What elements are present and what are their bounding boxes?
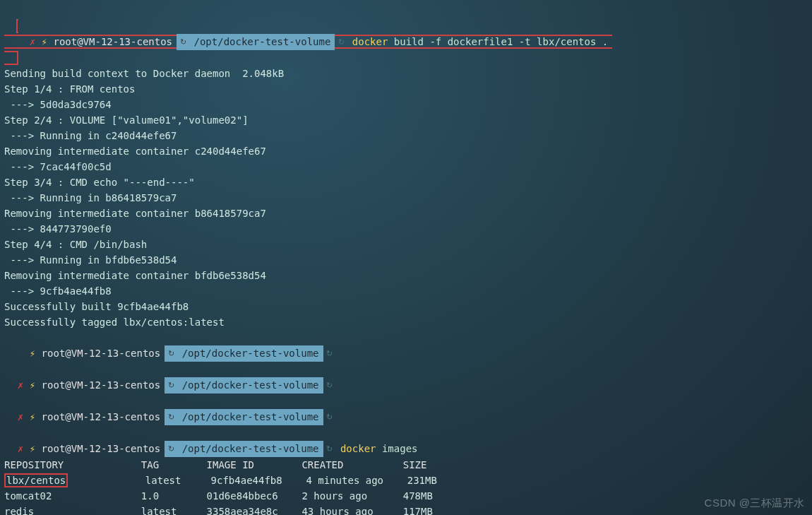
x-fail-icon: ✗ bbox=[18, 443, 23, 454]
output-line: Removing intermediate container c240d44e… bbox=[4, 143, 808, 159]
table-header: REPOSITORY TAG IMAGE ID CREATED SIZE bbox=[4, 457, 808, 473]
images-arg: images bbox=[376, 443, 418, 454]
output-line: ---> 9cfb4ae44fb8 bbox=[4, 283, 808, 299]
table-row: tomcat02 1.0 01d6e84bbec6 2 hours ago 47… bbox=[4, 488, 808, 504]
output-line: ---> 7cac44f00c5d bbox=[4, 159, 808, 174]
user-host: root@VM-12-13-centos bbox=[42, 411, 161, 422]
lightning-icon: ⚡ bbox=[30, 443, 35, 454]
user-host: root@VM-12-13-centos bbox=[42, 348, 161, 359]
output-line: ---> Running in c240d44efe67 bbox=[4, 128, 808, 143]
user-host: root@VM-12-13-centos bbox=[53, 36, 172, 47]
build-output: Sending build context to Docker daemon 2… bbox=[4, 66, 808, 330]
command-line-build[interactable]: ✗ ⚡ root@VM-12-13-centos↻ /opt/docker-te… bbox=[4, 3, 808, 66]
output-line: ---> 844773790ef0 bbox=[4, 221, 808, 237]
refresh-icon: ↻ bbox=[325, 377, 335, 393]
docker-keyword: docker bbox=[340, 443, 376, 454]
output-line: Removing intermediate container b8641857… bbox=[4, 206, 808, 221]
output-line: ---> Running in bfdb6e538d54 bbox=[4, 252, 808, 268]
cwd-path: /opt/docker-test-volume bbox=[193, 36, 330, 47]
output-line: Step 4/4 : CMD /bin/bash bbox=[4, 237, 808, 252]
output-line: Removing intermediate container bfdb6e53… bbox=[4, 268, 808, 283]
refresh-icon: ↻ bbox=[166, 409, 176, 425]
refresh-icon: ↻ bbox=[325, 441, 335, 456]
refresh-icon: ↻ bbox=[166, 377, 176, 393]
refresh-icon: ↻ bbox=[325, 345, 335, 361]
x-fail-icon: ✗ bbox=[18, 379, 23, 391]
lightning-icon: ⚡ bbox=[42, 36, 47, 47]
command-line-images[interactable]: ✗ ⚡ root@VM-12-13-centos↻ /opt/docker-te… bbox=[4, 425, 808, 457]
lightning-icon: ⚡ bbox=[30, 379, 35, 391]
lightning-icon: ⚡ bbox=[30, 348, 35, 359]
cwd-path: /opt/docker-test-volume bbox=[182, 411, 319, 422]
output-line: Sending build context to Docker daemon 2… bbox=[4, 66, 808, 81]
output-line: Successfully built 9cfb4ae44fb8 bbox=[4, 299, 808, 314]
refresh-icon: ↻ bbox=[178, 34, 188, 49]
refresh-icon: ↻ bbox=[166, 345, 176, 361]
cwd-path: /opt/docker-test-volume bbox=[182, 379, 319, 391]
docker-keyword: docker bbox=[352, 36, 388, 47]
cwd-path: /opt/docker-test-volume bbox=[182, 348, 319, 359]
user-host: root@VM-12-13-centos bbox=[42, 443, 161, 454]
output-line: ---> 5d0da3dc9764 bbox=[4, 97, 808, 112]
prompt-line-2[interactable]: ✗ ⚡ root@VM-12-13-centos↻ /opt/docker-te… bbox=[4, 362, 808, 393]
table-row: redis latest 3358aea34e8c 43 hours ago 1… bbox=[4, 504, 808, 515]
refresh-icon: ↻ bbox=[325, 409, 335, 425]
output-line: Step 2/4 : VOLUME ["valume01","volume02"… bbox=[4, 112, 808, 128]
watermark: CSDN @三杯温开水 bbox=[705, 495, 805, 511]
command-text: ↻ docker build -f dockerfile1 -t lbx/cen… bbox=[335, 34, 612, 50]
output-line: Step 3/4 : CMD echo "---end----" bbox=[4, 174, 808, 190]
highlight-repo-name: lbx/centos bbox=[4, 473, 68, 487]
output-line: ---> Running in b86418579ca7 bbox=[4, 190, 808, 206]
output-line: Successfully tagged lbx/centos:latest bbox=[4, 314, 808, 330]
docker-images-table: REPOSITORY TAG IMAGE ID CREATED SIZElbx/… bbox=[4, 457, 808, 515]
prompt-line-3[interactable]: ✗ ⚡ root@VM-12-13-centos↻ /opt/docker-te… bbox=[4, 393, 808, 425]
user-host: root@VM-12-13-centos bbox=[42, 379, 161, 391]
output-line: Step 1/4 : FROM centos bbox=[4, 81, 808, 97]
highlight-build-command: ✗ ⚡ root@VM-12-13-centos↻ /opt/docker-te… bbox=[4, 19, 612, 65]
refresh-icon: ↻ bbox=[336, 34, 346, 49]
prompt-status-segment: ✗ ⚡ root@VM-12-13-centos bbox=[28, 34, 177, 49]
build-args: build -f dockerfile1 -t lbx/centos . bbox=[388, 36, 608, 47]
refresh-icon: ↻ bbox=[166, 441, 176, 456]
x-fail-icon: ✗ bbox=[18, 411, 23, 422]
prompt-line-1[interactable]: ⚡ root@VM-12-13-centos↻ /opt/docker-test… bbox=[4, 330, 808, 362]
table-row: lbx/centos latest 9cfb4ae44fb8 4 minutes… bbox=[4, 473, 808, 488]
cwd-path: /opt/docker-test-volume bbox=[182, 443, 319, 454]
prompt-path-segment: ↻ /opt/docker-test-volume bbox=[177, 34, 335, 50]
x-fail-icon: ✗ bbox=[30, 36, 35, 47]
lightning-icon: ⚡ bbox=[30, 411, 35, 422]
